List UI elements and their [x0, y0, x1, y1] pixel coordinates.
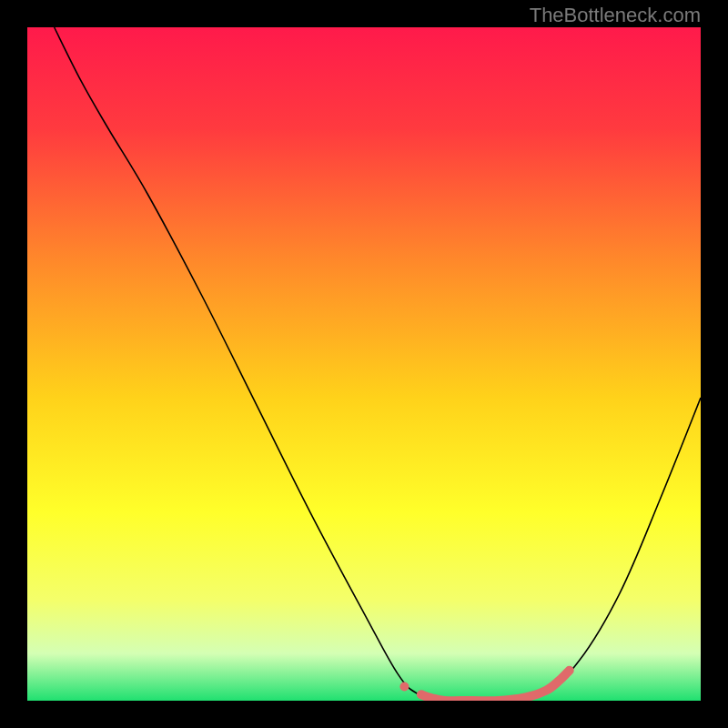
attribution-text: TheBottleneck.com	[530, 4, 701, 27]
bottleneck-chart	[27, 27, 701, 701]
gradient-background	[27, 27, 701, 701]
highlight-dot	[399, 682, 409, 691]
chart-frame: TheBottleneck.com	[0, 0, 728, 728]
